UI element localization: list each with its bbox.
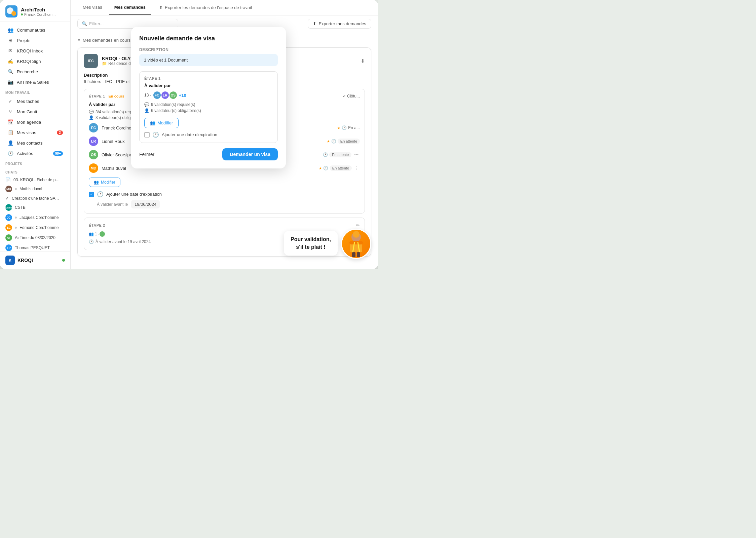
clock-expiry-icon: 🕐 [97, 191, 104, 197]
lionel-mandatory-star: ★ [327, 140, 330, 143]
mathis-status-dot [15, 188, 17, 190]
clock-icon3: 🕐 [323, 152, 328, 157]
clock-icon2: 🕐 [331, 139, 336, 144]
airtime-icon: 📷 [7, 79, 13, 85]
activites-icon: 🕐 [7, 151, 13, 156]
online-dot [21, 13, 23, 15]
mon-travail-label: MON TRAVAIL [0, 87, 70, 96]
visas-icon: 📋 [7, 130, 13, 135]
modal-title: Nouvelle demande de visa [139, 35, 278, 42]
modal-chat-icon: 💬 [144, 102, 149, 107]
chats-label: CHATS [0, 167, 70, 176]
sidebar-header: ArchiTech Franck Cord'hom... [0, 0, 70, 22]
sidebar-item-communautes[interactable]: 👥 Communautés [2, 25, 68, 35]
inbox-icon: ✉ [7, 48, 13, 53]
olivier-status: 🕐 En attente ••• [323, 152, 360, 157]
app-user: Franck Cord'hom... [21, 12, 55, 16]
modal-submit-btn[interactable]: Demander un visa [222, 148, 278, 160]
svg-point-3 [353, 231, 360, 238]
sidebar: ArchiTech Franck Cord'hom... 👥 Communaut… [0, 0, 71, 269]
sidebar-item-recherche[interactable]: 🔍 Recherche [2, 67, 68, 77]
sidebar-item-agenda[interactable]: 📅 Mon agenda [2, 117, 68, 127]
stage1-label: ÉTAPE 1 [89, 94, 105, 98]
modal-mandatory-validators: 👤 6 validateur(s) obligatoire(s) [144, 108, 273, 113]
chat-item-edmond[interactable]: EC Edmond Cord'homme [0, 223, 70, 233]
validation-icon: 💬 [89, 110, 94, 114]
modal-description-label: Description [139, 47, 278, 52]
mandatory-icon: 👤 [89, 115, 94, 120]
modal-avatar-3: OS [169, 91, 178, 100]
export-icon: ⬆ [313, 21, 316, 26]
thomas-avatar: TP [5, 244, 12, 251]
mathis-dots-icon[interactable]: ⋮ [353, 166, 360, 170]
sidebar-item-airtime[interactable]: 📷 AirTime & Salles [2, 77, 68, 87]
chat-item-mathis-duval[interactable]: MD Mathis duval [0, 184, 70, 194]
stage1-close-btn[interactable]: ✓ Clôtu... [343, 94, 360, 99]
chat-item-cstb[interactable]: CSTB CSTB [0, 202, 70, 213]
lionel-avatar: LR [89, 137, 98, 146]
modal-clock-icon: 🕐 [152, 131, 159, 138]
clock-icon4: 🕐 [323, 166, 328, 170]
svg-rect-4 [352, 252, 355, 257]
sidebar-item-gantt[interactable]: ⑂ Mon Gantt [2, 107, 68, 117]
tab-exporter[interactable]: ⬆ Exporter les demandes de l'espace de t… [154, 0, 257, 15]
gantt-icon: ⑂ [7, 109, 13, 114]
ifc-badge: IFC [84, 54, 98, 68]
speech-bubble: Pour validation, s'il te plait ! [284, 231, 338, 256]
visas-badge: 2 [57, 130, 63, 135]
expiry-date-box[interactable]: 19/06/2024 [131, 200, 160, 208]
projets-label: PROJETS [0, 159, 70, 167]
modal-expiry-checkbox[interactable] [144, 132, 150, 138]
modal-cancel-btn[interactable]: Fermer [139, 149, 154, 160]
olivier-dots-icon[interactable]: ••• [353, 152, 360, 157]
modal-avatar-2: LR [161, 91, 169, 100]
sidebar-nav: 👥 Communautés ⊞ Projets ✉ KROQI Inbox ✍ … [0, 22, 70, 251]
section-collapse-arrow[interactable]: ▼ [77, 38, 81, 42]
people-icon-stage2: 👥 [89, 232, 94, 236]
modal-avatar-row: 13 · FC LR OS +10 [144, 91, 273, 100]
agenda-icon: 📅 [7, 119, 13, 125]
modal-stage1-box: ÉTAPE 1 À valider par 13 · FC LR OS +10 … [139, 71, 278, 143]
cstb-avatar: CSTB [5, 204, 12, 211]
contacts-icon: 👤 [7, 140, 13, 146]
tab-mes-visas[interactable]: Mes visas [77, 0, 108, 15]
chat-item-creation-tache[interactable]: ✓ Création d'une tache SA... [0, 194, 70, 202]
folder-icon: 📁 [102, 61, 107, 66]
chat-item-thomas[interactable]: TP Thomas PESQUET [0, 243, 70, 251]
edmond-avatar: EC [5, 224, 12, 231]
modal-validation-required: 💬 9 validation(s) requise(s) [144, 102, 273, 107]
tab-mes-demandes[interactable]: Mes demandes [109, 0, 151, 15]
franck-mandatory-star: ★ [337, 126, 340, 130]
franck-status: ★ 🕐 En a... [337, 125, 360, 130]
clock-icon: 🕐 [342, 125, 347, 130]
chat-item-airtime[interactable]: AT AirTime du 03/02/2020 [0, 233, 70, 243]
expiry-checkbox[interactable]: ✓ [89, 192, 94, 197]
modal-modify-btn[interactable]: 👥 Modifier [144, 118, 179, 128]
mathis-status: ★ 🕐 En attente ⋮ [319, 165, 360, 171]
modal-validators-title: À valider par [144, 83, 273, 88]
sidebar-item-taches[interactable]: ✓ Mes tâches [2, 96, 68, 106]
sidebar-item-contacts[interactable]: 👤 Mes contacts [2, 138, 68, 148]
download-icon[interactable]: ⬇ [361, 58, 365, 64]
modal-description-box: 1 vidéo et 1 Document [139, 54, 278, 66]
modal-avatar-1: FC [153, 91, 161, 100]
jacques-avatar: JC [5, 214, 12, 221]
sidebar-item-visas[interactable]: 📋 Mes visas 2 [2, 127, 68, 138]
sign-icon: ✍ [7, 59, 13, 64]
sidebar-item-kroqi-sign[interactable]: ✍ KROQI Sign [2, 56, 68, 66]
app-logo[interactable]: ArchiTech Franck Cord'hom... [5, 5, 65, 17]
search-icon: 🔍 [7, 69, 13, 74]
logo-icon [5, 5, 17, 17]
sidebar-item-kroqi-inbox[interactable]: ✉ KROQI Inbox [2, 46, 68, 56]
communautes-icon: 👥 [7, 27, 13, 33]
pencil-icon[interactable]: ✏ [356, 223, 360, 228]
app-title: ArchiTech [21, 7, 55, 12]
chat-item-kroqi-fiche[interactable]: 📄 03. KROQI - Fiche de pré... [0, 176, 70, 184]
sidebar-item-activites[interactable]: 🕐 Activités 99+ [2, 148, 68, 158]
mathis-duval-avatar: MD [5, 186, 12, 192]
stage1-modify-btn[interactable]: 👥 Modifier [89, 178, 120, 187]
export-my-demands-btn[interactable]: ⬆ Exporter mes demandes [308, 19, 371, 29]
modal-people-icon: 👤 [144, 108, 149, 113]
chat-item-jacques[interactable]: JC Jacques Cord'homme [0, 213, 70, 223]
sidebar-item-projets[interactable]: ⊞ Projets [2, 35, 68, 45]
